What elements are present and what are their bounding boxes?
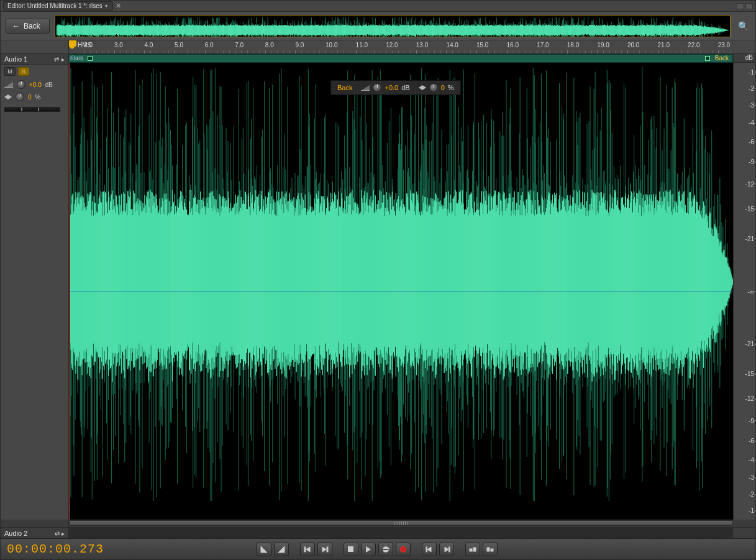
record-button[interactable] <box>396 543 411 556</box>
gain-ramp-icon <box>4 81 13 88</box>
track2-menu-icon[interactable]: ▸ <box>61 530 65 537</box>
svg-rect-6 <box>487 548 490 551</box>
editor-tab[interactable]: Editor: Untitled Multitrack 1 *: rises ▾ <box>3 1 113 11</box>
hud-gain-knob[interactable] <box>373 83 381 92</box>
ruler-tick: 5.0 <box>175 42 183 48</box>
db-tick: -9 <box>749 417 754 424</box>
panel-icon-1[interactable] <box>737 3 744 9</box>
mute-button[interactable]: M <box>4 67 16 76</box>
next-marker-button[interactable] <box>439 543 454 556</box>
db-tick: -15 <box>745 205 754 212</box>
ruler-tick: 9.0 <box>295 42 304 48</box>
track2-name: Audio 2 <box>4 530 27 537</box>
playhead-marker-icon[interactable] <box>69 40 76 49</box>
go-end-button[interactable] <box>317 543 332 556</box>
audio-editor-app: Editor: Untitled Multitrack 1 *: rises ▾… <box>0 0 756 560</box>
ruler-gutter <box>1 40 69 53</box>
ruler-tick: 20.0 <box>627 42 639 48</box>
mute-solo-row: M S <box>1 65 68 78</box>
track-meter[interactable] <box>4 107 60 112</box>
gain-value[interactable]: +0.0 <box>29 81 42 88</box>
back-button-label: Back <box>24 22 40 30</box>
out-point-button[interactable] <box>274 543 289 556</box>
db-tick: -∞ <box>748 288 754 295</box>
ruler-tick: 2.0 <box>84 42 93 48</box>
solo-button[interactable]: S <box>18 67 29 76</box>
hscroll-track[interactable] <box>69 520 733 527</box>
track2-collapse-icon[interactable]: ⇄ <box>55 530 60 537</box>
clip-name-right: Back <box>715 55 729 62</box>
ruler-tick: 13.0 <box>416 42 428 48</box>
waveform-column: rises Back Back +0.0 dB <box>69 54 733 520</box>
timecode-display[interactable]: 00:00:00.273 <box>7 542 104 556</box>
track-menu-icon[interactable]: ▸ <box>61 56 65 63</box>
hud-pan-knob[interactable] <box>429 83 438 92</box>
ruler-tick: 6.0 <box>205 42 214 48</box>
track2-row: Audio 2 ⇄ ▸ <box>1 527 755 538</box>
in-point-button[interactable] <box>257 543 271 556</box>
track2-lane[interactable] <box>69 528 733 538</box>
panel-icon-2[interactable] <box>745 3 753 9</box>
ruler-tick: 22.0 <box>688 42 699 48</box>
ruler-tick: 23.0 <box>718 42 730 48</box>
db-tick: -6 <box>749 438 754 444</box>
clip-fadeout-handle[interactable] <box>705 56 710 61</box>
playhead-line[interactable] <box>70 63 70 520</box>
stop-button[interactable] <box>344 543 358 556</box>
gain-knob[interactable] <box>17 80 25 89</box>
gain-row: +0.0 dB <box>1 78 68 91</box>
track-header-audio1[interactable]: Audio 1 ⇄ ▸ <box>1 54 68 65</box>
tab-strip: Editor: Untitled Multitrack 1 *: rises ▾… <box>1 1 755 12</box>
transport-controls <box>257 543 498 556</box>
db-tick: -9 <box>749 158 754 165</box>
tab-dropdown-icon[interactable]: ▾ <box>105 3 107 9</box>
waveform-canvas[interactable]: Back +0.0 dB 0 % <box>69 63 733 520</box>
pan-value[interactable]: 0 <box>28 94 32 101</box>
track2-header-icons: ⇄ ▸ <box>55 530 65 537</box>
hud-pan-value[interactable]: 0 <box>441 84 445 91</box>
db-tick: -4 <box>749 456 754 463</box>
go-start-button[interactable] <box>300 543 315 556</box>
overview-wave-svg <box>57 17 729 37</box>
overview-waveform[interactable] <box>55 15 731 37</box>
zoom-in-button[interactable] <box>483 543 498 556</box>
loop-button[interactable] <box>378 543 393 556</box>
track-panel: Audio 1 ⇄ ▸ M S +0.0 dB 0 % <box>1 54 69 520</box>
svg-rect-7 <box>491 549 493 551</box>
panel-menu-icons[interactable] <box>737 3 753 9</box>
hscroll-row <box>1 520 755 527</box>
gain-unit: dB <box>45 81 53 88</box>
track-header-icons: ⇄ ▸ <box>54 56 65 63</box>
pan-knob[interactable] <box>16 93 24 101</box>
hud-gain-value[interactable]: +0.0 <box>385 84 398 91</box>
hud-pan-icon <box>419 84 426 91</box>
db-tick: -3 <box>749 474 754 481</box>
overview-row: ← Back 🔍 <box>1 12 755 40</box>
back-button[interactable]: ← Back <box>6 19 50 34</box>
zoom-search-icon[interactable]: 🔍 <box>736 19 750 34</box>
track-header-audio2[interactable]: Audio 2 ⇄ ▸ <box>1 528 69 538</box>
hud-pan-group: 0 % <box>419 83 454 92</box>
db-tick: -12 <box>745 180 754 187</box>
db-tick: -2 <box>749 85 754 91</box>
ruler-tick: 12.0 <box>386 42 398 48</box>
svg-rect-1 <box>327 547 328 552</box>
clip-header[interactable]: rises Back <box>69 54 733 63</box>
hud-back-label[interactable]: Back <box>337 84 352 91</box>
hscroll-right-gutter <box>733 520 755 527</box>
hscroll-thumb[interactable] <box>69 520 733 526</box>
clip-fadein-handle[interactable] <box>88 56 93 61</box>
db-tick: -12 <box>745 395 754 402</box>
pan-unit: % <box>35 94 41 101</box>
tab-close-icon[interactable]: ✕ <box>116 2 121 10</box>
time-ruler[interactable]: HMS 2.03.04.05.06.07.08.09.010.011.012.0… <box>69 40 733 53</box>
ruler-tick: 3.0 <box>114 42 123 48</box>
db-scale-body[interactable]: -1-2-3-4-6-9-12-15-21-∞-21-15-12-9-6-4-3… <box>734 63 755 520</box>
prev-marker-button[interactable] <box>422 543 437 556</box>
track-collapse-icon[interactable]: ⇄ <box>54 56 59 63</box>
ruler-tick: 11.0 <box>356 42 368 48</box>
main-split: Audio 1 ⇄ ▸ M S +0.0 dB 0 % <box>1 54 755 520</box>
clip-hud: Back +0.0 dB 0 % <box>330 80 461 95</box>
zoom-out-button[interactable] <box>465 543 480 556</box>
play-button[interactable] <box>361 543 376 556</box>
